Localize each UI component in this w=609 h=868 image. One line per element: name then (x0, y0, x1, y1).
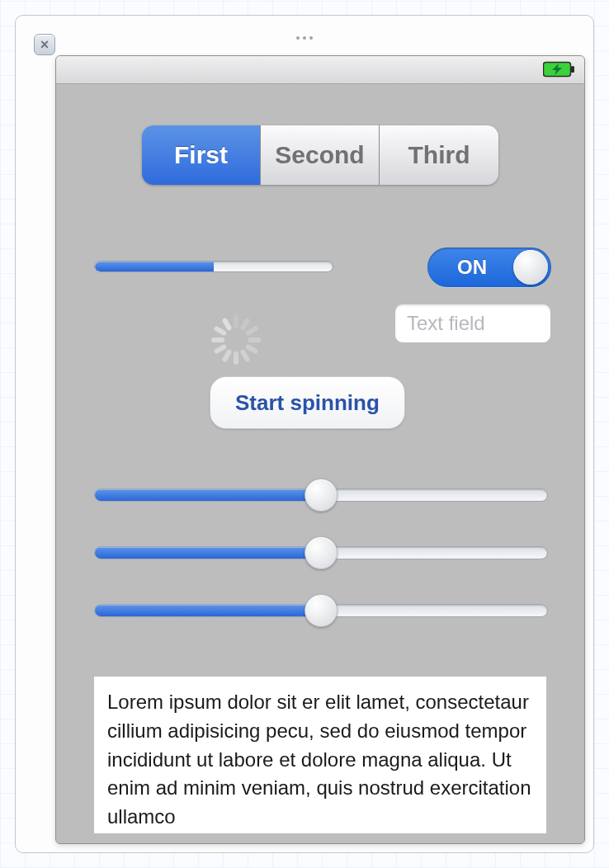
start-spinning-button[interactable]: Start spinning (210, 376, 405, 429)
switch-knob-icon (513, 250, 548, 285)
svg-rect-1 (571, 66, 574, 73)
slider-2[interactable] (94, 536, 548, 569)
device-view[interactable]: First Second Third ON Text field Start s… (55, 55, 585, 844)
interface-builder-canvas: × First Second Third (15, 15, 594, 853)
segment-third[interactable]: Third (380, 125, 498, 185)
progress-fill (95, 262, 214, 271)
segment-first[interactable]: First (142, 125, 261, 185)
battery-charging-icon (543, 61, 576, 78)
text-field-placeholder: Text field (407, 312, 485, 335)
toggle-switch[interactable]: ON (427, 248, 551, 287)
segmented-control[interactable]: First Second Third (142, 125, 498, 185)
segment-second[interactable]: Second (261, 125, 380, 185)
slider-fill (95, 547, 321, 559)
status-bar (56, 56, 584, 84)
slider-thumb-icon[interactable] (304, 536, 338, 569)
progress-bar (94, 261, 333, 272)
close-canvas-button[interactable]: × (34, 34, 55, 55)
slider-thumb-icon[interactable] (304, 594, 338, 627)
activity-indicator-icon (211, 315, 261, 365)
slider-fill (95, 489, 321, 501)
slider-1[interactable] (94, 479, 548, 512)
canvas-grip-top (296, 36, 313, 40)
text-view[interactable]: Lorem ipsum dolor sit er elit lamet, con… (94, 677, 546, 833)
slider-thumb-icon[interactable] (304, 479, 338, 512)
text-field[interactable]: Text field (394, 304, 551, 343)
slider-3[interactable] (94, 594, 548, 627)
slider-fill (95, 605, 321, 616)
device-body: First Second Third ON Text field Start s… (56, 84, 584, 843)
